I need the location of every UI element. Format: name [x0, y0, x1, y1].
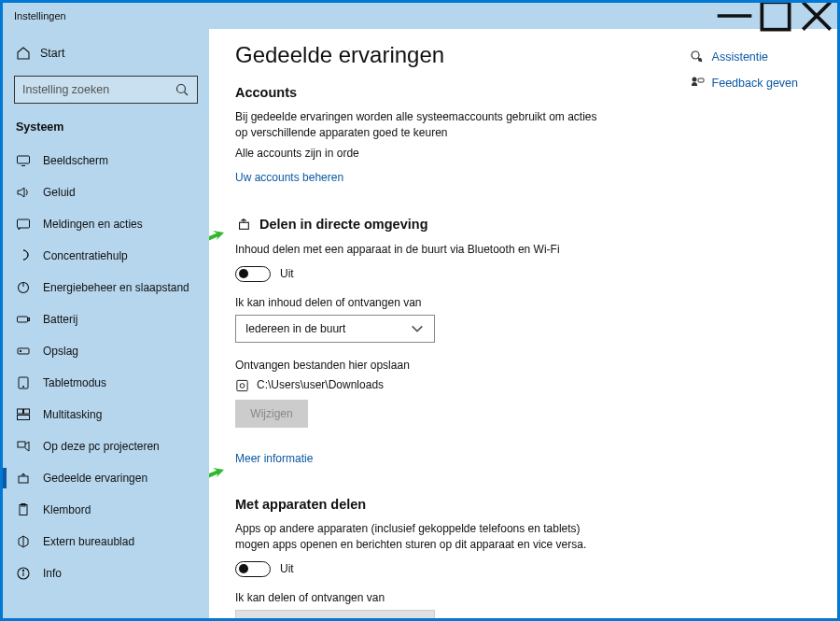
save-path-value: C:\Users\user\Downloads	[257, 377, 384, 393]
svg-rect-17	[18, 409, 23, 414]
feedback-label: Feedback geven	[712, 77, 798, 90]
window-title: Instellingen	[14, 10, 66, 21]
nav-label: Op deze pc projecteren	[43, 440, 160, 453]
svg-rect-8	[18, 219, 30, 228]
devices-heading: Met apparaten delen	[235, 497, 811, 512]
search-icon	[175, 82, 189, 97]
nav-item-notifications[interactable]: Meldingen en acties	[3, 208, 209, 240]
svg-point-29	[698, 58, 702, 62]
display-icon	[16, 153, 31, 168]
nav-item-sound[interactable]: Geluid	[3, 176, 209, 208]
nav-item-project[interactable]: Op deze pc projecteren	[3, 430, 209, 462]
svg-rect-11	[18, 317, 28, 322]
svg-rect-20	[18, 442, 25, 447]
nav-item-power[interactable]: Energiebeheer en slaapstand	[3, 272, 209, 303]
devices-scope-label: Ik kan delen of ontvangen van	[235, 590, 609, 606]
select-value: Iedereen in de buurt	[245, 322, 345, 335]
drive-icon	[235, 379, 249, 393]
maximize-button[interactable]	[755, 3, 796, 29]
nav-item-tablet[interactable]: Tabletmodus	[3, 367, 209, 399]
accounts-status: Alle accounts zijn in orde	[235, 146, 609, 162]
svg-point-4	[177, 85, 186, 93]
manage-accounts-link[interactable]: Uw accounts beheren	[235, 171, 343, 184]
nav-item-clipboard[interactable]: Klembord	[3, 494, 209, 526]
chevron-down-icon	[410, 616, 425, 618]
nav-item-shared[interactable]: Gedeelde ervaringen	[3, 462, 209, 494]
nearby-scope-label: Ik kan inhoud delen of ontvangen van	[235, 295, 609, 311]
feedback-icon	[690, 76, 705, 91]
annotation-arrow	[209, 229, 228, 247]
storage-icon	[16, 344, 31, 359]
nav-label: Info	[43, 567, 62, 580]
help-link[interactable]: Assistentie	[690, 49, 798, 64]
devices-toggle[interactable]	[235, 561, 271, 577]
nearby-desc: Inhoud delen met een apparaat in de buur…	[235, 242, 609, 258]
svg-point-14	[20, 350, 21, 352]
annotation-arrow	[209, 466, 228, 485]
change-path-button: Wijzigen	[235, 400, 308, 428]
nav-item-remote[interactable]: Extern bureaublad	[3, 526, 209, 557]
nearby-heading: Delen in directe omgeving	[235, 216, 811, 233]
nav-label: Opslag	[43, 345, 78, 358]
feedback-link[interactable]: Feedback geven	[690, 76, 798, 91]
power-icon	[16, 280, 31, 295]
more-info-link[interactable]: Meer informatie	[235, 452, 313, 465]
nav-label: Tabletmodus	[43, 376, 106, 389]
nav-label: Energiebeheer en slaapstand	[43, 281, 189, 294]
nav-label: Geluid	[43, 186, 76, 199]
focus-icon	[16, 248, 31, 263]
clipboard-icon	[16, 502, 31, 517]
tablet-icon	[16, 375, 31, 390]
nav-label: Meldingen en acties	[43, 218, 143, 231]
nav-item-focus[interactable]: Concentratiehulp	[3, 240, 209, 272]
svg-rect-6	[18, 156, 30, 163]
devices-scope-select: Alleen mijn apparaten	[235, 610, 435, 618]
svg-point-34	[240, 384, 245, 388]
svg-point-27	[692, 51, 699, 59]
svg-rect-31	[698, 78, 704, 82]
share-icon	[235, 216, 252, 233]
search-input[interactable]: Instelling zoeken	[14, 76, 198, 104]
search-placeholder: Instelling zoeken	[22, 83, 109, 96]
battery-icon	[16, 312, 31, 327]
home-icon	[16, 46, 31, 61]
nav-item-info[interactable]: Info	[3, 557, 209, 589]
save-path-label: Ontvangen bestanden hier opslaan	[235, 358, 609, 374]
home-button[interactable]: Start	[3, 38, 209, 68]
devices-desc: Apps op andere apparaten (inclusief geko…	[235, 521, 609, 554]
svg-rect-18	[24, 409, 30, 414]
nav-label: Concentratiehulp	[43, 249, 128, 262]
svg-line-5	[185, 92, 189, 96]
svg-point-16	[22, 386, 23, 387]
svg-rect-1	[762, 2, 789, 29]
nav-item-battery[interactable]: Batterij	[3, 303, 209, 335]
svg-rect-12	[28, 318, 30, 321]
project-icon	[16, 439, 31, 454]
nav-label: Extern bureaublad	[43, 535, 134, 548]
chevron-down-icon	[410, 321, 425, 336]
nav-item-storage[interactable]: Opslag	[3, 335, 209, 367]
svg-rect-32	[240, 222, 249, 229]
devices-toggle-label: Uit	[280, 562, 294, 575]
svg-rect-33	[237, 380, 247, 390]
nav-label: Beeldscherm	[43, 154, 108, 167]
sidebar: Start Instelling zoeken Systeem Beeldsch…	[3, 29, 209, 618]
nav-label: Batterij	[43, 313, 77, 326]
minimize-button[interactable]	[714, 3, 755, 29]
nearby-toggle-label: Uit	[280, 267, 294, 280]
svg-rect-19	[18, 416, 30, 420]
nav-label: Multitasking	[43, 408, 102, 421]
nearby-toggle[interactable]	[235, 266, 271, 282]
nav-label: Gedeelde ervaringen	[43, 472, 147, 485]
category-title: Systeem	[3, 115, 209, 145]
svg-point-30	[692, 78, 696, 82]
nav-item-multitask[interactable]: Multitasking	[3, 399, 209, 430]
select-value: Alleen mijn apparaten	[245, 617, 354, 618]
nav-item-display[interactable]: Beeldscherm	[3, 145, 209, 176]
remote-icon	[16, 534, 31, 549]
help-label: Assistentie	[712, 50, 768, 64]
nearby-scope-select[interactable]: Iedereen in de buurt	[235, 315, 435, 343]
main-content: Assistentie Feedback geven Gedeelde erva…	[209, 29, 837, 618]
home-label: Start	[40, 47, 64, 60]
close-button[interactable]	[796, 3, 837, 29]
